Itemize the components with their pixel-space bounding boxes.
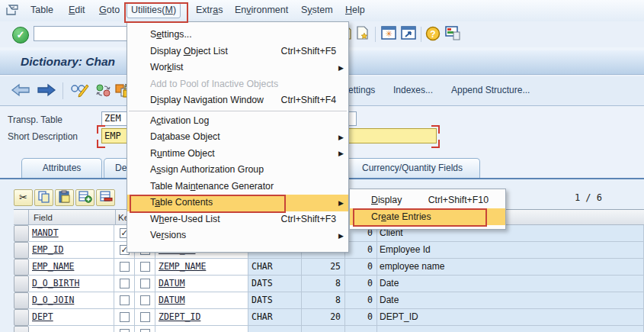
field-name-link[interactable]: EMP_NAME (29, 259, 114, 276)
short-description-cell[interactable]: DEPT_ID (377, 309, 644, 326)
row-selector-button[interactable] (14, 326, 29, 332)
key-checkbox[interactable] (114, 259, 135, 276)
menu-item-where-used-list[interactable]: Where-Used ListCtrl+Shift+F3 (127, 211, 348, 228)
menu-item-display[interactable]: DisplayCtrl+Shift+F10 (350, 192, 505, 208)
length-cell[interactable]: 20 (302, 309, 345, 326)
menu-item-table-maintenance-generator[interactable]: Table Maintenance Generator (127, 179, 348, 195)
key-checkbox[interactable] (120, 262, 130, 272)
menu-item-activation-log[interactable]: Activation Log (127, 113, 348, 130)
menu-item-create-entries[interactable]: Create Entries (350, 208, 505, 225)
menubar-item-edit[interactable]: Edit (65, 3, 89, 18)
menu-item-runtime-object[interactable]: Runtime Object▶ (127, 146, 348, 163)
menu-item-settings[interactable]: Settings... (127, 27, 348, 44)
row-selector-button[interactable] (14, 242, 29, 259)
new-session-icon[interactable]: ✳ (381, 26, 396, 43)
row-selector-button[interactable] (14, 225, 29, 242)
data-type-cell[interactable]: CHAR (248, 259, 302, 276)
menu-item-database-object[interactable]: Database Object▶ (127, 129, 348, 146)
menubar-item-help[interactable]: Help (341, 3, 369, 18)
menu-item-display-object-list[interactable]: Display Object ListCtrl+Shift+F5 (127, 44, 348, 60)
key-checkbox[interactable] (114, 309, 135, 326)
length-cell[interactable]: 25 (302, 259, 345, 276)
row-selector-button[interactable] (14, 292, 29, 309)
data-element-link[interactable]: DATUM (155, 292, 248, 309)
app-toolbar-button-append-structure[interactable]: Append Structure... (451, 85, 530, 95)
initial-values-checkbox[interactable] (140, 312, 150, 322)
key-checkbox[interactable] (114, 292, 135, 309)
data-element-link[interactable]: ZDEPT_ID (155, 309, 248, 326)
initial-values-checkbox[interactable] (140, 329, 150, 332)
field-name-link[interactable]: EMP_ID (29, 242, 114, 259)
enter-icon[interactable]: ✓ (12, 27, 29, 44)
key-checkbox[interactable] (114, 326, 135, 332)
decimals-cell[interactable] (345, 326, 377, 332)
row-selector-button[interactable] (14, 259, 29, 276)
initial-values-checkbox[interactable] (135, 259, 155, 276)
customize-layout-icon[interactable] (445, 26, 460, 44)
data-type-cell[interactable]: CHAR (248, 309, 302, 326)
field-name-link[interactable]: D_O_BIRTH (29, 276, 114, 292)
initial-values-checkbox[interactable] (140, 262, 150, 272)
delete-row-icon[interactable] (96, 189, 115, 206)
generate-shortcut-icon[interactable] (401, 26, 416, 43)
paste-rows-icon[interactable] (55, 189, 74, 206)
initial-values-checkbox[interactable] (135, 276, 155, 292)
insert-row-icon[interactable] (75, 189, 95, 206)
short-description-cell[interactable]: Employee Id (377, 242, 644, 259)
initial-values-checkbox[interactable] (135, 326, 155, 332)
decimals-cell[interactable]: 0 (345, 292, 377, 309)
create-shortcut-icon[interactable] (357, 26, 370, 44)
menubar-item-system[interactable]: System (297, 3, 337, 18)
help-icon[interactable]: ? (425, 26, 441, 44)
field-name-link[interactable]: D_O_JOIN (29, 292, 114, 309)
copy-rows-icon[interactable] (34, 189, 53, 206)
menu-item-assign-authorization-group[interactable]: Assign Authorization Group (127, 162, 348, 179)
header-field[interactable]: Field (29, 210, 116, 225)
field-name-link[interactable] (29, 326, 114, 332)
short-description-cell[interactable]: employee name (377, 259, 644, 276)
cut-icon[interactable]: ✂ (14, 189, 33, 206)
initial-values-checkbox[interactable] (135, 292, 155, 309)
tab-currency-quantity-fields[interactable]: Currency/Quantity Fields (344, 158, 480, 178)
key-checkbox[interactable] (120, 295, 130, 305)
length-cell[interactable]: 8 (302, 292, 345, 309)
display-change-icon[interactable] (70, 83, 90, 102)
menu-item-versions[interactable]: Versions▶ (127, 227, 348, 244)
key-checkbox[interactable] (120, 312, 130, 322)
menubar-item-environment[interactable]: Environment (231, 3, 292, 18)
menu-item-worklist[interactable]: Worklist▶ (127, 60, 348, 76)
short-description-cell[interactable]: Date (377, 292, 644, 309)
data-element-link[interactable]: ZEMP_NAME (155, 259, 248, 276)
row-selector-button[interactable] (14, 309, 29, 326)
field-name-link[interactable]: DEPT (29, 309, 114, 326)
short-description-cell[interactable]: Date (377, 276, 644, 292)
decimals-cell[interactable]: 0 (345, 259, 377, 276)
data-type-cell[interactable]: DATS (248, 276, 302, 292)
menubar-item-utilities[interactable]: Utilities(M) (127, 2, 181, 18)
initial-values-checkbox[interactable] (140, 295, 150, 305)
decimals-cell[interactable]: 0 (345, 242, 377, 259)
menubar-item-goto[interactable]: Goto (95, 3, 123, 18)
data-type-cell[interactable]: DATS (248, 292, 302, 309)
refresh-icon[interactable] (95, 83, 113, 102)
length-cell[interactable]: 8 (302, 276, 345, 292)
decimals-cell[interactable]: 0 (345, 276, 377, 292)
initial-values-checkbox[interactable] (140, 279, 150, 288)
back-icon[interactable] (11, 83, 30, 100)
data-type-cell[interactable] (248, 326, 302, 332)
forward-icon[interactable] (37, 83, 56, 100)
menu-item-display-navigation-window[interactable]: Display Navigation WindowCtrl+Shift+F4 (127, 92, 348, 109)
row-selector-button[interactable] (14, 276, 29, 292)
system-menu-icon[interactable] (6, 5, 18, 18)
short-description-cell[interactable] (377, 326, 644, 332)
length-cell[interactable] (302, 326, 345, 332)
initial-values-checkbox[interactable] (135, 309, 155, 326)
tab-attributes[interactable]: Attributes (21, 158, 102, 178)
menubar-item-extras[interactable]: Extras (192, 3, 226, 18)
data-element-link[interactable] (155, 326, 248, 332)
app-toolbar-button-settings[interactable]: ettings (348, 85, 375, 95)
menu-item-table-contents[interactable]: Table Contents▶ (127, 195, 348, 211)
decimals-cell[interactable]: 0 (345, 309, 377, 326)
key-checkbox[interactable] (114, 276, 135, 292)
data-element-link[interactable]: DATUM (155, 276, 248, 292)
